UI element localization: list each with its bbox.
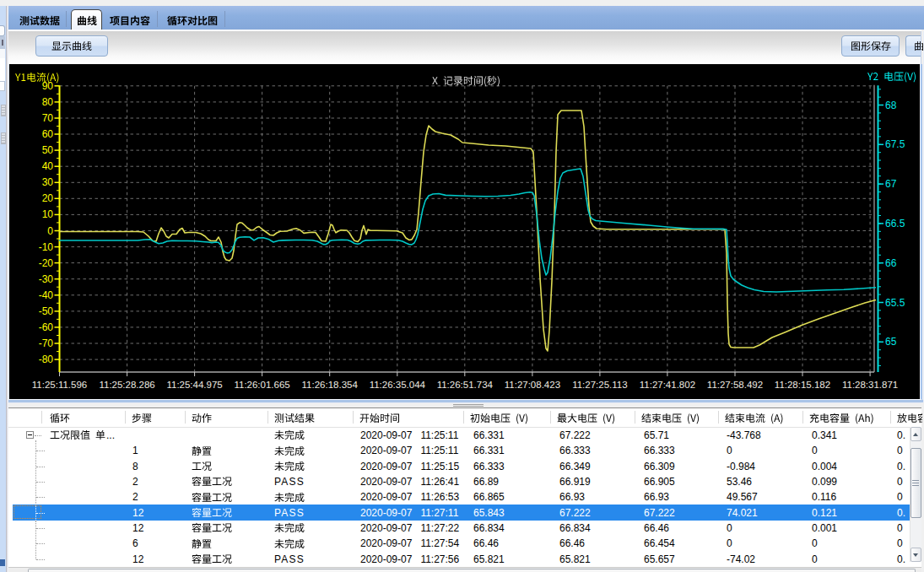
svg-text:11:27:25.113: 11:27:25.113 <box>572 380 627 390</box>
svg-text:68: 68 <box>885 100 897 111</box>
svg-text:-30: -30 <box>39 273 54 285</box>
svg-text:11:26:35.044: 11:26:35.044 <box>370 380 426 390</box>
svg-text:-10: -10 <box>39 241 54 253</box>
svg-text:70: 70 <box>42 112 54 124</box>
svg-text:20: 20 <box>42 192 54 204</box>
svg-text:60: 60 <box>42 128 54 140</box>
svg-text:11:28:15.182: 11:28:15.182 <box>775 380 830 390</box>
svg-text:11:25:11.596: 11:25:11.596 <box>32 380 87 390</box>
svg-text:66.5: 66.5 <box>885 218 905 229</box>
svg-text:65: 65 <box>885 336 897 348</box>
svg-text:40: 40 <box>42 160 54 172</box>
svg-text:0: 0 <box>47 225 53 237</box>
svg-text:67: 67 <box>885 178 897 190</box>
svg-text:65.5: 65.5 <box>885 297 905 309</box>
svg-text:50: 50 <box>42 144 54 156</box>
svg-text:11:26:01.665: 11:26:01.665 <box>234 380 289 390</box>
svg-text:11:27:08.423: 11:27:08.423 <box>505 380 560 390</box>
svg-text:10: 10 <box>42 208 54 220</box>
svg-text:30: 30 <box>42 176 54 188</box>
svg-text:66: 66 <box>885 257 897 269</box>
svg-text:-50: -50 <box>39 305 54 317</box>
svg-text:-20: -20 <box>39 257 54 269</box>
svg-text:-80: -80 <box>39 353 54 365</box>
svg-text:11:26:18.354: 11:26:18.354 <box>302 380 359 390</box>
svg-text:11:25:44.975: 11:25:44.975 <box>166 380 222 390</box>
svg-text:-60: -60 <box>39 321 54 333</box>
svg-text:11:27:41.802: 11:27:41.802 <box>640 380 695 390</box>
svg-text:11:26:51.734: 11:26:51.734 <box>437 380 494 390</box>
svg-text:-70: -70 <box>39 337 54 349</box>
svg-text:11:28:31.871: 11:28:31.871 <box>842 380 898 390</box>
svg-text:11:25:28.286: 11:25:28.286 <box>99 380 154 390</box>
svg-text:80: 80 <box>42 96 54 108</box>
svg-text:-40: -40 <box>39 289 54 301</box>
svg-text:11:27:58.492: 11:27:58.492 <box>707 380 763 390</box>
svg-text:67.5: 67.5 <box>885 138 905 150</box>
